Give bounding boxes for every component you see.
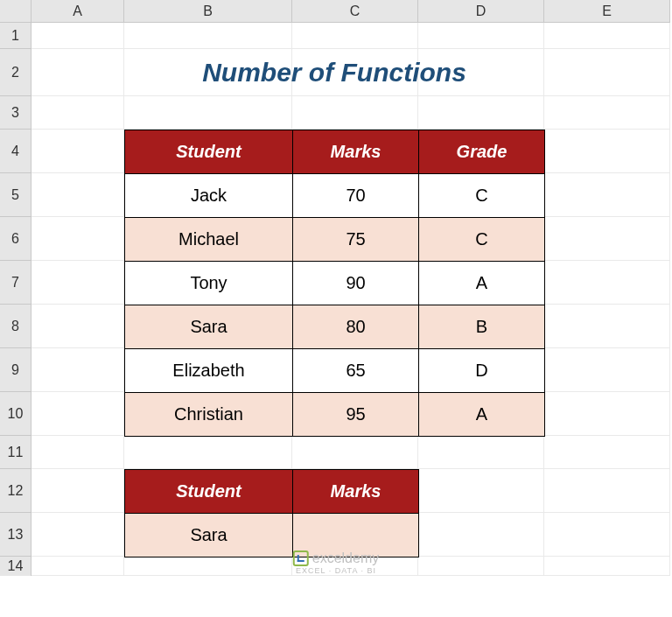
cell-marks[interactable]: 75	[293, 218, 419, 262]
row-header-3[interactable]: 3	[0, 96, 32, 130]
column-header-C[interactable]: C	[292, 0, 418, 23]
column-header-B[interactable]: B	[124, 0, 292, 23]
row-header-10[interactable]: 10	[0, 392, 32, 436]
table-row: Elizabeth65D	[125, 349, 545, 393]
lookup-cell-marks[interactable]	[293, 514, 419, 557]
worksheet: ABCDE 1234567891011121314 Number of Func…	[0, 0, 672, 617]
row-header-6[interactable]: 6	[0, 217, 32, 261]
row-header-5[interactable]: 5	[0, 173, 32, 217]
table-row: Tony90A	[125, 262, 545, 305]
table-row: Sara	[125, 514, 419, 557]
cell-student[interactable]: Christian	[125, 393, 293, 437]
column-header-A[interactable]: A	[32, 0, 124, 23]
lookup-table: Student Marks Sara	[124, 469, 419, 557]
cell-grade[interactable]: A	[419, 262, 545, 305]
cell-marks[interactable]: 70	[293, 174, 419, 218]
students-table: Student Marks Grade Jack70CMichael75CTon…	[124, 130, 545, 437]
cell-marks[interactable]: 80	[293, 305, 419, 349]
cell-student[interactable]: Tony	[125, 262, 293, 305]
cell-grade[interactable]: A	[419, 393, 545, 437]
row-header-13[interactable]: 13	[0, 513, 32, 557]
row-headers: 1234567891011121314	[0, 23, 32, 576]
row-header-14[interactable]: 14	[0, 557, 32, 576]
lookup-header-marks[interactable]: Marks	[293, 470, 419, 514]
table-row: Jack70C	[125, 174, 545, 218]
row-header-9[interactable]: 9	[0, 348, 32, 392]
col-header-marks[interactable]: Marks	[293, 130, 419, 174]
row-header-11[interactable]: 11	[0, 436, 32, 469]
cell-grade[interactable]: B	[419, 305, 545, 349]
row-header-8[interactable]: 8	[0, 305, 32, 348]
cell-student[interactable]: Sara	[125, 305, 293, 349]
cell-student[interactable]: Michael	[125, 218, 293, 262]
cell-grade[interactable]: D	[419, 349, 545, 393]
cell-marks[interactable]: 95	[293, 393, 419, 437]
row-header-7[interactable]: 7	[0, 261, 32, 305]
row-header-1[interactable]: 1	[0, 23, 32, 49]
cell-marks[interactable]: 65	[293, 349, 419, 393]
column-headers: ABCDE	[0, 0, 670, 23]
cell-student[interactable]: Elizabeth	[125, 349, 293, 393]
lookup-cell-student[interactable]: Sara	[125, 514, 293, 557]
row-header-12[interactable]: 12	[0, 469, 32, 513]
cell-student[interactable]: Jack	[125, 174, 293, 218]
col-header-student[interactable]: Student	[125, 130, 293, 174]
row-header-2[interactable]: 2	[0, 49, 32, 96]
table-row: Sara80B	[125, 305, 545, 349]
select-all-corner[interactable]	[0, 0, 32, 23]
cell-grade[interactable]: C	[419, 174, 545, 218]
column-header-E[interactable]: E	[544, 0, 670, 23]
cell-grade[interactable]: C	[419, 218, 545, 262]
table-row: Christian95A	[125, 393, 545, 437]
lookup-header-student[interactable]: Student	[125, 470, 293, 514]
column-header-D[interactable]: D	[418, 0, 544, 23]
page-title: Number of Functions	[124, 49, 544, 96]
table-row: Michael75C	[125, 218, 545, 262]
cell-marks[interactable]: 90	[293, 262, 419, 305]
row-header-4[interactable]: 4	[0, 130, 32, 173]
col-header-grade[interactable]: Grade	[419, 130, 545, 174]
